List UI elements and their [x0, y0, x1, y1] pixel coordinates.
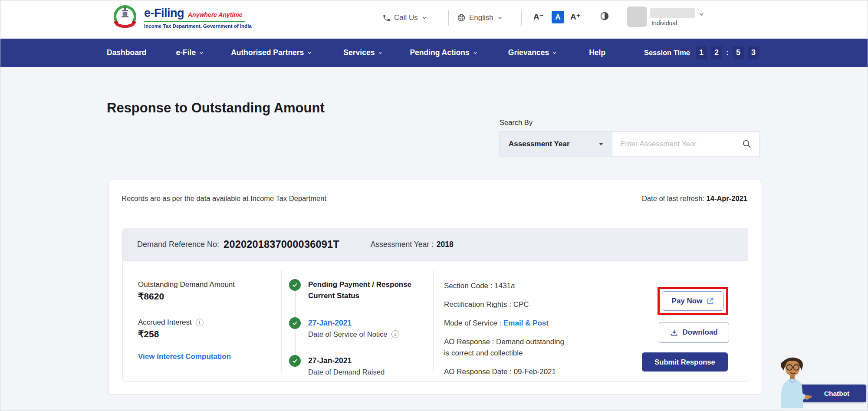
- logo-subtitle: Income Tax Department, Government of Ind…: [144, 23, 252, 29]
- session-digit-separator: :: [726, 48, 729, 57]
- status-timeline-column: Pending Payment / Response Current Statu…: [281, 261, 433, 382]
- timeline-item-service-of-notice: 27-Jan-2021 Date of Service of Notice: [289, 317, 399, 340]
- detail-label: Rectification Rights :: [444, 300, 511, 309]
- nav-label: e-File: [176, 48, 196, 57]
- chevron-down-icon: [552, 50, 557, 56]
- nav-label: Authorised Partners: [231, 48, 304, 57]
- main-nav: Dashboard e-File Authorised Partners Ser…: [0, 39, 868, 67]
- search-type-selected-value: Assessment Year: [509, 140, 570, 148]
- outstanding-demand-card: Records are as per the data available at…: [108, 180, 762, 395]
- info-icon[interactable]: [391, 330, 399, 338]
- chevron-down-icon: [473, 50, 478, 56]
- session-digit: 5: [733, 46, 744, 59]
- logo-title: e-Filing: [144, 7, 184, 20]
- details-column: Section Code : 1431a Rectification Right…: [444, 280, 600, 385]
- font-decrease-button[interactable]: A⁻: [533, 12, 544, 22]
- nav-item-pending-actions[interactable]: Pending Actions: [410, 48, 477, 57]
- demand-record-card: Demand Reference No: 2020201837000036091…: [122, 228, 748, 382]
- assessment-year-value: 2018: [437, 240, 454, 249]
- detail-label: AO Response Date :: [444, 368, 512, 376]
- detail-ao-response-date: AO Response Date : 09-Feb-2021: [444, 366, 600, 378]
- download-button[interactable]: Download: [659, 322, 729, 343]
- nav-item-services[interactable]: Services: [343, 48, 383, 57]
- phone-icon: [382, 14, 391, 22]
- chevron-down-icon: [378, 50, 383, 56]
- demand-ref-number: 2020201837000036091T: [224, 239, 339, 250]
- chatbot-launcher[interactable]: Chatbot: [796, 385, 866, 402]
- demand-raised-date: 27-Jan-2021: [308, 355, 385, 366]
- chevron-down-icon: [307, 50, 312, 56]
- detail-ao-response: AO Response : Demand outstanding is corr…: [444, 336, 568, 359]
- mode-of-service-link[interactable]: Email & Post: [503, 319, 549, 327]
- chevron-down-icon: [421, 15, 427, 21]
- brand-logo: e-Filing Anywhere Anytime Income Tax Dep…: [112, 3, 252, 32]
- nav-item-help[interactable]: Help: [589, 48, 605, 57]
- demand-raised-label: Date of Demand Raised: [308, 366, 385, 378]
- nav-label: Services: [343, 48, 375, 57]
- service-notice-date-link[interactable]: 27-Jan-2021: [308, 319, 352, 327]
- submit-response-button[interactable]: Submit Response: [642, 352, 728, 372]
- nav-item-grievances[interactable]: Grievances: [508, 48, 557, 57]
- nav-item-e-file[interactable]: e-File: [176, 48, 204, 57]
- header-divider: [521, 10, 522, 26]
- search-by-section: Search By Assessment Year: [500, 118, 760, 156]
- nav-label: Dashboard: [107, 48, 146, 57]
- nav-item-dashboard[interactable]: Dashboard: [107, 48, 146, 57]
- demand-ref-label: Demand Reference No:: [137, 240, 219, 249]
- chevron-down-icon[interactable]: [698, 11, 705, 18]
- call-us-label: Call Us: [394, 13, 418, 22]
- search-input[interactable]: [612, 132, 739, 156]
- view-interest-computation-link[interactable]: View Interest Computation: [138, 352, 231, 361]
- nav-item-authorised-partners[interactable]: Authorised Partners: [231, 48, 312, 57]
- language-menu[interactable]: English: [457, 13, 503, 22]
- font-normal-button[interactable]: A: [552, 11, 564, 23]
- user-account-type: Individual: [651, 20, 677, 26]
- service-notice-label-row: Date of Service of Notice: [308, 329, 399, 340]
- income-tax-emblem-icon: [112, 3, 138, 32]
- info-icon[interactable]: [196, 319, 204, 326]
- timeline-item-demand-raised: 27-Jan-2021 Date of Demand Raised: [289, 355, 385, 378]
- header-divider: [590, 10, 590, 26]
- search-controls: Assessment Year: [500, 132, 760, 156]
- select-caret-icon: [599, 143, 603, 145]
- column-divider: [433, 270, 434, 372]
- chevron-down-icon: [199, 50, 204, 56]
- timeline-status-subtitle: Current Status: [308, 290, 411, 302]
- search-button[interactable]: [739, 132, 760, 156]
- logo-text: e-Filing Anywhere Anytime Income Tax Dep…: [144, 7, 252, 29]
- header-divider: [448, 10, 449, 26]
- nav-label: Help: [589, 48, 605, 57]
- search-type-select[interactable]: Assessment Year: [500, 132, 612, 156]
- timeline-status-title: Pending Payment / Response: [308, 279, 411, 290]
- chatbot-assistant-avatar: [770, 353, 813, 408]
- download-label: Download: [682, 328, 717, 337]
- detail-value: 09-Feb-2021: [514, 368, 556, 376]
- logo-underline-decoration: [144, 21, 245, 22]
- chevron-down-icon: [497, 15, 503, 21]
- globe-icon: [457, 13, 466, 22]
- detail-mode-of-service: Mode of Service : Email & Post: [444, 318, 600, 329]
- user-avatar-placeholder[interactable]: [627, 7, 647, 27]
- language-label: English: [469, 13, 493, 22]
- pay-now-button[interactable]: Pay Now: [662, 291, 724, 311]
- records-note: Records are as per the data available at…: [122, 194, 326, 203]
- last-refresh-label: Date of last refresh:: [642, 194, 704, 202]
- detail-value: CPC: [513, 300, 529, 309]
- session-timer: Session Time 1 2 : 5 3: [644, 39, 759, 67]
- pay-now-highlight-annotation: Pay Now: [658, 287, 728, 315]
- accrued-interest-value: ₹258: [138, 329, 277, 339]
- user-name-redacted: [650, 8, 695, 18]
- detail-label: AO Response :: [444, 338, 494, 346]
- call-us-menu[interactable]: Call Us: [382, 13, 427, 22]
- detail-label: Section Code :: [444, 282, 493, 290]
- check-circle-icon: [289, 355, 301, 367]
- last-refresh: Date of last refresh: 14-Apr-2021: [642, 194, 747, 203]
- assessment-year-label: Assessment Year :: [371, 240, 434, 249]
- logo-tagline: Anywhere Anytime: [188, 11, 243, 18]
- font-increase-button[interactable]: A⁺: [570, 12, 581, 22]
- contrast-toggle-button[interactable]: [600, 11, 609, 22]
- accrued-interest-label: Accrued Interest: [138, 318, 192, 327]
- service-notice-label: Date of Service of Notice: [308, 329, 388, 340]
- session-digit: 2: [711, 46, 722, 59]
- accrued-interest-row: Accrued Interest: [138, 318, 277, 327]
